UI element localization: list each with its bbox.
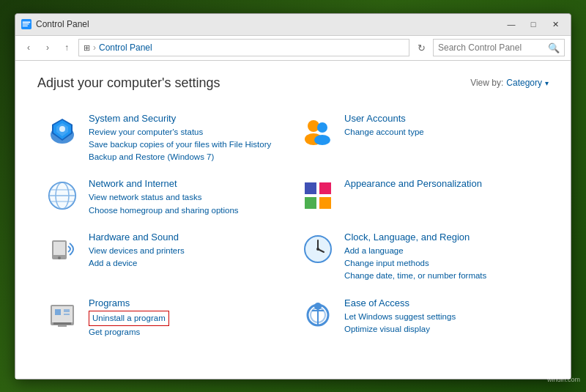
- up-button[interactable]: ↑: [59, 40, 74, 55]
- chevron-down-icon: ▾: [545, 79, 549, 87]
- ease-access-content: Ease of Access Let Windows suggest setti…: [344, 297, 541, 336]
- maximize-button[interactable]: □: [524, 17, 543, 32]
- forward-button[interactable]: ›: [40, 40, 55, 55]
- user-accounts-title[interactable]: User Accounts: [344, 113, 541, 124]
- breadcrumb[interactable]: ⊞ › Control Panel: [78, 39, 409, 56]
- svg-point-8: [59, 126, 65, 132]
- system-security-icon: [45, 113, 80, 148]
- clock-language-link-2[interactable]: Change input methods: [344, 257, 541, 270]
- minimize-button[interactable]: —: [502, 17, 521, 32]
- window-title: Control Panel: [36, 19, 502, 29]
- system-security-title[interactable]: System and Security: [89, 113, 286, 124]
- network-internet-link-1[interactable]: View network status and tasks: [89, 191, 286, 204]
- svg-rect-3: [23, 26, 28, 26]
- breadcrumb-sep-1: ›: [93, 42, 96, 53]
- hardware-sound-link-2[interactable]: Add a device: [89, 257, 286, 270]
- clock-language-content: Clock, Language, and Region Add a langua…: [344, 232, 541, 283]
- titlebar-icon: [21, 19, 31, 29]
- category-user-accounts: User Accounts Change account type: [293, 106, 549, 171]
- breadcrumb-control-panel[interactable]: Control Panel: [99, 42, 152, 53]
- svg-rect-2: [23, 23, 29, 24]
- ease-access-title[interactable]: Ease of Access: [344, 297, 541, 308]
- appearance-title[interactable]: Appearance and Personalization: [344, 178, 541, 189]
- appearance-icon: [300, 178, 335, 213]
- category-clock-language: Clock, Language, and Region Add a langua…: [293, 224, 549, 290]
- svg-rect-19: [305, 182, 316, 194]
- title-bar: Control Panel — □ ✕: [15, 14, 571, 36]
- clock-language-link-3[interactable]: Change date, time, or number formats: [344, 270, 541, 282]
- svg-point-18: [49, 182, 75, 209]
- system-security-link-3[interactable]: Backup and Restore (Windows 7): [89, 151, 286, 163]
- hardware-sound-title[interactable]: Hardware and Sound: [89, 232, 286, 243]
- page-title: Adjust your computer's settings: [37, 75, 220, 91]
- category-ease-access: Ease of Access Let Windows suggest setti…: [293, 290, 549, 347]
- svg-rect-21: [305, 197, 316, 209]
- close-button[interactable]: ✕: [546, 17, 565, 32]
- category-network-internet: Network and Internet View network status…: [37, 171, 293, 224]
- breadcrumb-home-icon: ⊞: [84, 43, 90, 53]
- hardware-sound-link-1[interactable]: View devices and printers: [89, 245, 286, 257]
- category-system-security: System and Security Review your computer…: [37, 106, 293, 171]
- svg-rect-34: [58, 325, 67, 327]
- system-security-link-2[interactable]: Save backup copies of your files with Fi…: [89, 138, 286, 151]
- content-header: Adjust your computer's settings View by:…: [37, 75, 549, 91]
- system-security-link-1[interactable]: Review your computer's status: [89, 126, 286, 138]
- user-accounts-icon: [300, 113, 335, 148]
- svg-point-30: [316, 248, 319, 251]
- svg-rect-22: [319, 197, 331, 209]
- network-internet-title[interactable]: Network and Internet: [89, 178, 286, 189]
- svg-rect-35: [55, 309, 61, 315]
- programs-link-2[interactable]: Get programs: [89, 326, 286, 339]
- category-appearance: Appearance and Personalization: [293, 171, 549, 224]
- back-button[interactable]: ‹: [21, 40, 36, 55]
- svg-point-12: [314, 135, 330, 145]
- refresh-button[interactable]: ↻: [414, 40, 429, 55]
- svg-rect-20: [319, 182, 331, 194]
- network-internet-icon: [45, 178, 80, 213]
- hardware-sound-content: Hardware and Sound View devices and prin…: [89, 232, 286, 270]
- address-bar: ‹ › ↑ ⊞ › Control Panel ↻ 🔍: [15, 36, 571, 61]
- network-internet-content: Network and Internet View network status…: [89, 178, 286, 217]
- svg-rect-1: [23, 22, 31, 23]
- ease-access-icon: [300, 297, 335, 333]
- system-security-content: System and Security Review your computer…: [89, 113, 286, 164]
- svg-rect-37: [64, 314, 70, 315]
- appearance-content: Appearance and Personalization: [344, 178, 541, 191]
- svg-rect-36: [64, 309, 70, 312]
- network-internet-link-2[interactable]: Choose homegroup and sharing options: [89, 204, 286, 217]
- programs-content: Programs Uninstall a program Get program…: [89, 297, 286, 339]
- category-programs: Programs Uninstall a program Get program…: [37, 290, 293, 347]
- svg-rect-24: [53, 242, 65, 255]
- window-controls: — □ ✕: [502, 17, 565, 32]
- search-input[interactable]: [438, 42, 548, 53]
- programs-icon: [45, 297, 80, 333]
- user-accounts-content: User Accounts Change account type: [344, 113, 541, 138]
- control-panel-window: Control Panel — □ ✕ ‹ › ↑ ⊞ › Control Pa…: [15, 13, 571, 380]
- search-box[interactable]: 🔍: [433, 39, 565, 56]
- view-by-value[interactable]: Category: [506, 78, 542, 88]
- search-icon: 🔍: [548, 42, 560, 53]
- category-hardware-sound: Hardware and Sound View devices and prin…: [37, 224, 293, 290]
- svg-point-25: [58, 256, 61, 259]
- clock-language-link-1[interactable]: Add a language: [344, 245, 541, 257]
- view-by-label: View by:: [470, 78, 503, 88]
- clock-language-icon: [300, 232, 335, 267]
- view-by-control: View by: Category ▾: [470, 78, 549, 88]
- categories-grid: System and Security Review your computer…: [37, 106, 549, 347]
- svg-rect-33: [53, 322, 71, 325]
- programs-title[interactable]: Programs: [89, 297, 286, 308]
- ease-access-link-1[interactable]: Let Windows suggest settings: [344, 311, 541, 323]
- watermark: windin.com: [547, 376, 580, 383]
- svg-point-11: [317, 122, 327, 133]
- user-accounts-link-1[interactable]: Change account type: [344, 126, 541, 138]
- ease-access-link-2[interactable]: Optimize visual display: [344, 323, 541, 336]
- content-area: Adjust your computer's settings View by:…: [15, 61, 571, 379]
- hardware-sound-icon: [45, 232, 80, 267]
- clock-language-title[interactable]: Clock, Language, and Region: [344, 232, 541, 243]
- programs-link-1[interactable]: Uninstall a program: [89, 311, 169, 326]
